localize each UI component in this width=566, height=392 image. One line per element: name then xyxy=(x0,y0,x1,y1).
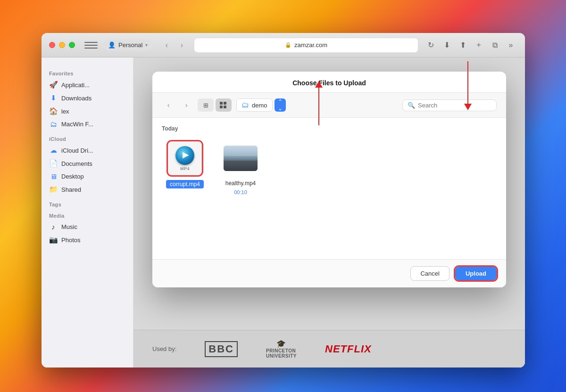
fullscreen-button[interactable] xyxy=(69,42,75,48)
chevron-down-icon: ▾ xyxy=(145,42,148,48)
shared-icon: 📁 xyxy=(49,185,58,194)
reload-button[interactable]: ↻ xyxy=(424,39,437,52)
file-item-healthy[interactable]: healthy.mp4 00:10 xyxy=(217,138,264,197)
corrupt-filename: corrupt.mp4 xyxy=(166,180,204,188)
list-view-button[interactable] xyxy=(216,98,232,112)
traffic-lights xyxy=(49,42,75,48)
sidebar-item-desktop[interactable]: 🖥 Desktop xyxy=(45,170,129,183)
healthy-video-thumbnail xyxy=(224,146,258,171)
address-text: zamzar.com xyxy=(294,41,327,49)
profile-label: Personal xyxy=(118,41,142,49)
path-breadcrumb: 🗂 demo ⌃⌄ xyxy=(236,98,398,112)
copy-button[interactable]: ⧉ xyxy=(488,39,501,52)
minimize-button[interactable] xyxy=(59,42,65,48)
browser-content: Favorites 🚀 Applicati... ⬇ Downloads 🏠 l… xyxy=(42,57,525,368)
folder-name: demo xyxy=(252,102,267,109)
new-tab-button[interactable]: ＋ xyxy=(472,39,485,52)
sidebar-item-icloud-drive[interactable]: ☁ iCloud Dri... xyxy=(45,144,129,157)
icon-view-button[interactable]: ⊞ xyxy=(198,98,214,112)
toolbar-buttons: ↻ ⬇ ⬆ ＋ ⧉ » xyxy=(424,39,517,52)
dialog-overlay: Choose Files to Upload ‹ › ⊞ xyxy=(133,57,525,368)
sidebar-item-applications[interactable]: 🚀 Applicati... xyxy=(45,78,129,91)
document-icon: 📄 xyxy=(49,159,58,168)
folder-icon: 🗂 xyxy=(49,120,58,128)
healthy-duration: 00:10 xyxy=(234,189,247,195)
folder-icon: 🗂 xyxy=(241,101,249,109)
icloud-label: iCloud xyxy=(45,136,129,142)
dialog-footer: Cancel Upload xyxy=(152,259,506,287)
sidebar-item-label: iCloud Dri... xyxy=(61,147,93,154)
healthy-file-icon-container xyxy=(219,139,262,177)
dialog-back-button[interactable]: ‹ xyxy=(162,98,175,112)
back-button[interactable]: ‹ xyxy=(160,39,173,52)
downloads-icon: ⬇ xyxy=(49,94,58,102)
sidebar-item-label: lex xyxy=(61,108,69,115)
sidebar-item-label: Photos xyxy=(61,237,80,244)
profile-button[interactable]: 👤 Personal ▾ xyxy=(103,40,152,50)
forward-button[interactable]: › xyxy=(175,39,188,52)
chevron-icon: ⌃⌄ xyxy=(278,98,283,112)
folder-path-button[interactable]: 🗂 demo xyxy=(236,98,273,112)
healthy-filename: healthy.mp4 xyxy=(225,180,256,187)
sidebar-item-label: MacWin F... xyxy=(61,121,93,128)
sidebar-item-macwin[interactable]: 🗂 MacWin F... xyxy=(45,118,129,131)
applications-icon: 🚀 xyxy=(49,81,58,89)
dialog-forward-button[interactable]: › xyxy=(180,98,193,112)
media-label: Media xyxy=(45,213,129,219)
sidebar-item-label: Music xyxy=(61,223,77,230)
svg-rect-0 xyxy=(220,102,223,105)
sidebar-item-shared[interactable]: 📁 Shared xyxy=(45,183,129,196)
dialog-files-area: Today MP4 corrupt.mp4 xyxy=(152,118,506,259)
title-bar: 👤 Personal ▾ ‹ › 🔒 zamzar.com ↻ ⬇ ⬆ ＋ ⧉ … xyxy=(42,33,525,57)
browser-window: 👤 Personal ▾ ‹ › 🔒 zamzar.com ↻ ⬇ ⬆ ＋ ⧉ … xyxy=(42,33,525,368)
quicktime-icon xyxy=(175,146,194,165)
sidebar-item-label: Documents xyxy=(61,160,92,167)
sidebar-item-label: Shared xyxy=(61,186,81,193)
file-item-corrupt[interactable]: MP4 corrupt.mp4 xyxy=(162,138,208,197)
cloud-icon: ☁ xyxy=(49,146,58,155)
close-button[interactable] xyxy=(49,42,55,48)
files-section-label: Today xyxy=(162,125,497,132)
folder-navigate-button[interactable]: ⌃⌄ xyxy=(275,98,286,112)
dialog-title: Choose Files to Upload xyxy=(152,72,506,93)
sidebar-item-label: Applicati... xyxy=(61,82,90,89)
upload-button[interactable]: Upload xyxy=(455,267,497,280)
corrupt-mp4-icon: MP4 xyxy=(168,141,202,175)
sidebar-item-music[interactable]: ♪ Music xyxy=(45,220,129,233)
mp4-label: MP4 xyxy=(180,166,190,171)
files-grid: MP4 corrupt.mp4 healthy.mp4 xyxy=(162,138,497,197)
favorites-label: Favorites xyxy=(45,71,129,76)
sidebar-item-documents[interactable]: 📄 Documents xyxy=(45,157,129,170)
view-toggle-group: ⊞ xyxy=(198,98,232,112)
search-icon: 🔍 xyxy=(408,102,415,109)
home-icon: 🏠 xyxy=(49,107,58,115)
sidebar-item-lex[interactable]: 🏠 lex xyxy=(45,105,129,118)
main-content: Used by: BBC 🎓 PRINCETONUNIVERSITY NETFL… xyxy=(133,57,525,368)
sidebar-item-downloads[interactable]: ⬇ Downloads xyxy=(45,91,129,105)
lock-icon: 🔒 xyxy=(285,42,291,48)
cancel-button[interactable]: Cancel xyxy=(410,266,449,281)
address-bar[interactable]: 🔒 zamzar.com xyxy=(194,38,418,53)
grid-view-icon xyxy=(220,102,227,108)
share-button[interactable]: ⬆ xyxy=(456,39,469,52)
nav-buttons: ‹ › xyxy=(160,39,188,52)
desktop-icon: 🖥 xyxy=(49,172,58,180)
download-button[interactable]: ⬇ xyxy=(440,39,453,52)
finder-sidebar: Favorites 🚀 Applicati... ⬇ Downloads 🏠 l… xyxy=(42,57,133,368)
corrupt-file-icon-container: MP4 xyxy=(164,139,206,177)
dialog-toolbar: ‹ › ⊞ xyxy=(152,93,506,118)
profile-icon: 👤 xyxy=(108,41,116,49)
search-input[interactable] xyxy=(418,102,491,109)
more-button[interactable]: » xyxy=(504,39,517,52)
svg-rect-3 xyxy=(224,106,226,108)
sidebar-item-label: Downloads xyxy=(61,95,92,102)
tags-label: Tags xyxy=(45,202,129,207)
music-icon: ♪ xyxy=(49,223,58,231)
sidebar-item-label: Desktop xyxy=(61,173,84,180)
dialog-search-container[interactable]: 🔍 xyxy=(402,99,497,111)
upload-button-wrapper: Upload xyxy=(455,267,497,280)
svg-rect-2 xyxy=(220,106,223,108)
sidebar-toggle-button[interactable] xyxy=(84,41,98,50)
svg-rect-1 xyxy=(224,102,226,105)
sidebar-item-photos[interactable]: 📷 Photos xyxy=(45,233,129,246)
